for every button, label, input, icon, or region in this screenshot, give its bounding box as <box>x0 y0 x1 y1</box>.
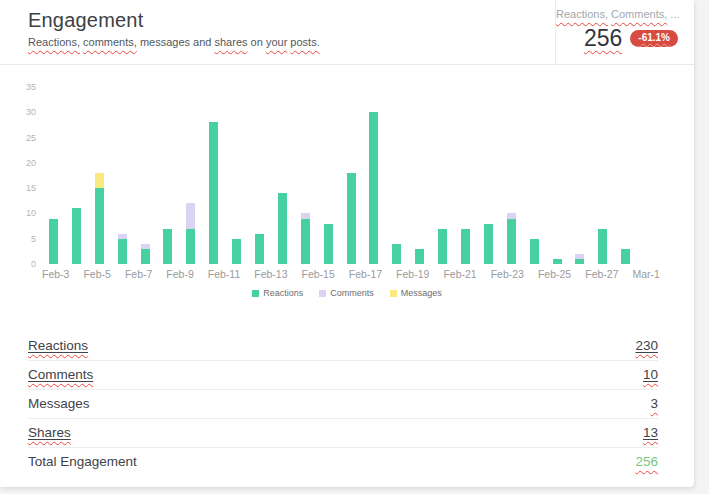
bar-slot <box>408 87 431 264</box>
metric-summary[interactable]: Reactions, Comments, ... 256 -61.1% <box>555 0 694 64</box>
legend-label: Messages <box>401 288 442 298</box>
chart-area: 05101520253035 <box>0 87 694 264</box>
metric-row: 256 -61.1% <box>556 25 678 52</box>
bar-segment-reactions[interactable] <box>49 219 58 265</box>
legend-swatch-icon <box>252 290 259 297</box>
bar-feb-19[interactable] <box>415 249 424 264</box>
row-label[interactable]: Reactions <box>28 338 88 354</box>
bar-segment-reactions[interactable] <box>621 249 630 264</box>
row-value: 256 <box>635 454 658 470</box>
bar-feb-13[interactable] <box>278 193 287 264</box>
bar-feb-25[interactable] <box>553 259 562 264</box>
text: Total Engagement <box>28 454 137 469</box>
bar-feb-16[interactable] <box>347 173 356 264</box>
bar-feb-20[interactable] <box>438 229 447 264</box>
bar-feb-6[interactable] <box>118 234 127 264</box>
bar-segment-reactions[interactable] <box>278 193 287 264</box>
bar-feb-24[interactable] <box>530 239 539 264</box>
bar-feb-4[interactable] <box>72 208 81 264</box>
row-value[interactable]: 230 <box>635 338 658 354</box>
x-axis-label: Mar-1 <box>633 268 660 280</box>
bar-feb-8[interactable] <box>163 229 172 264</box>
row-value[interactable]: 10 <box>643 367 658 383</box>
bar-segment-reactions[interactable] <box>575 259 584 264</box>
bar-slot <box>454 87 477 264</box>
bar-segment-reactions[interactable] <box>598 229 607 264</box>
legend-item-reactions[interactable]: Reactions <box>252 288 303 298</box>
bar-segment-reactions[interactable] <box>553 259 562 264</box>
bar-segment-reactions[interactable] <box>163 229 172 264</box>
x-axis-label <box>240 268 254 280</box>
legend-swatch-icon <box>390 290 397 297</box>
bar-feb-17[interactable] <box>369 112 378 264</box>
bar-feb-23[interactable] <box>507 213 516 264</box>
bar-segment-reactions[interactable] <box>209 122 218 264</box>
bar-feb-27[interactable] <box>598 229 607 264</box>
bar-feb-28[interactable] <box>621 249 630 264</box>
row-value[interactable]: 13 <box>643 425 658 441</box>
x-axis-label: Feb-11 <box>208 268 241 280</box>
bar-segment-reactions[interactable] <box>438 229 447 264</box>
bar-feb-10[interactable] <box>209 122 218 264</box>
bar-slot <box>179 87 202 264</box>
bar-feb-21[interactable] <box>461 229 470 264</box>
bar-segment-reactions[interactable] <box>369 112 378 264</box>
bar-feb-15[interactable] <box>324 224 333 265</box>
bar-feb-18[interactable] <box>392 244 401 264</box>
bar-feb-12[interactable] <box>255 234 264 264</box>
bar-slot <box>88 87 111 264</box>
bar-slot <box>637 87 660 264</box>
bar-segment-reactions[interactable] <box>507 219 516 265</box>
bar-segment-reactions[interactable] <box>72 208 81 264</box>
bar-feb-3[interactable] <box>49 219 58 265</box>
x-axis-label <box>571 268 585 280</box>
bar-segment-reactions[interactable] <box>255 234 264 264</box>
bar-slot <box>202 87 225 264</box>
bar-feb-14[interactable] <box>301 213 310 264</box>
engagement-table: Reactions230Comments10Messages3Shares13T… <box>28 332 658 476</box>
bar-feb-26[interactable] <box>575 254 584 264</box>
bar-slot <box>156 87 179 264</box>
bar-segment-reactions[interactable] <box>324 224 333 265</box>
legend-label: Reactions <box>263 288 303 298</box>
x-axis-label: Feb-5 <box>83 268 110 280</box>
legend-swatch-icon <box>319 290 326 297</box>
legend-item-comments[interactable]: Comments <box>319 288 374 298</box>
row-label[interactable]: Shares <box>28 425 71 441</box>
row-label[interactable]: Comments <box>28 367 93 383</box>
bar-segment-reactions[interactable] <box>95 188 104 264</box>
bar-segment-reactions[interactable] <box>186 229 195 264</box>
bar-slot <box>294 87 317 264</box>
bar-segment-reactions[interactable] <box>141 249 150 264</box>
bar-segment-messages[interactable] <box>95 173 104 188</box>
bar-slot <box>568 87 591 264</box>
bar-segment-reactions[interactable] <box>118 239 127 264</box>
text: 13 <box>643 425 658 440</box>
bar-feb-11[interactable] <box>232 239 241 264</box>
bar-segment-reactions[interactable] <box>484 224 493 265</box>
x-axis: Feb-3Feb-5Feb-7Feb-9Feb-11Feb-13Feb-15Fe… <box>0 268 694 280</box>
text-segment: ... <box>667 8 679 20</box>
x-axis-label <box>194 268 208 280</box>
legend-item-messages[interactable]: Messages <box>390 288 442 298</box>
bar-segment-comments[interactable] <box>186 203 195 228</box>
row-label: Messages <box>28 396 90 412</box>
x-axis-label <box>477 268 491 280</box>
bar-feb-7[interactable] <box>141 244 150 264</box>
text: Reactions <box>28 338 88 353</box>
bar-segment-reactions[interactable] <box>461 229 470 264</box>
bar-feb-22[interactable] <box>484 224 493 265</box>
metric-label: Reactions, Comments, ... <box>556 8 678 20</box>
bar-segment-reactions[interactable] <box>392 244 401 264</box>
bar-feb-5[interactable] <box>95 173 104 264</box>
bar-feb-9[interactable] <box>186 203 195 264</box>
row-label: Total Engagement <box>28 454 137 470</box>
bar-segment-reactions[interactable] <box>415 249 424 264</box>
page-title: Engagement <box>28 9 555 32</box>
bar-segment-reactions[interactable] <box>530 239 539 264</box>
bar-segment-reactions[interactable] <box>301 219 310 265</box>
bar-segment-reactions[interactable] <box>232 239 241 264</box>
chart-legend: ReactionsCommentsMessages <box>0 288 694 298</box>
x-axis-label: Feb-17 <box>349 268 382 280</box>
bar-segment-reactions[interactable] <box>347 173 356 264</box>
